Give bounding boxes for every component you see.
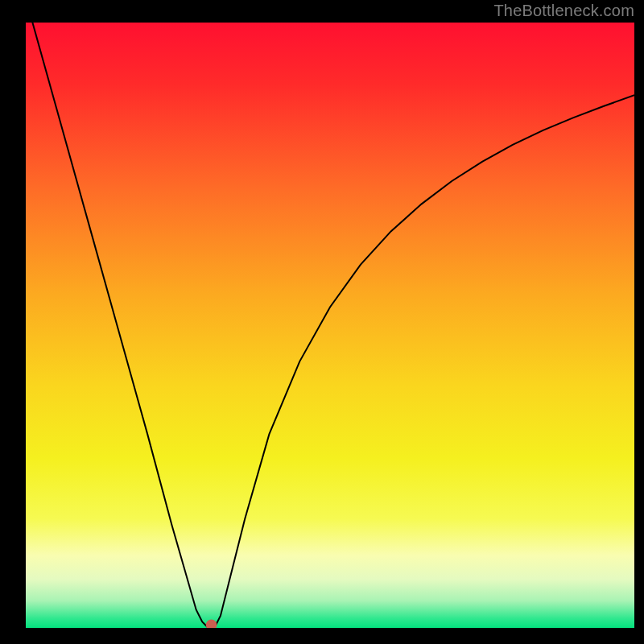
bottleneck-curve — [26, 23, 634, 628]
watermark-text: TheBottleneck.com — [493, 2, 634, 20]
plot-area — [26, 23, 634, 628]
curve-layer — [26, 23, 634, 628]
chart-frame: TheBottleneck.com — [0, 0, 644, 644]
optimum-marker — [206, 619, 217, 628]
